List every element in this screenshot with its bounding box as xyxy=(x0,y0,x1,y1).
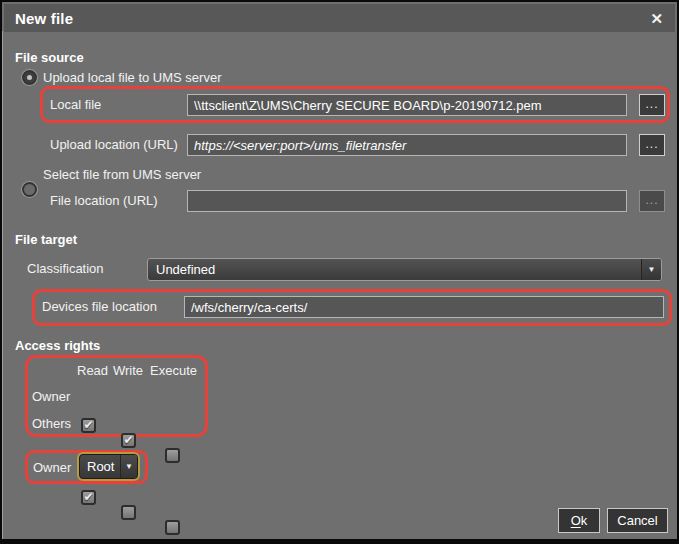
local-file-label: Local file xyxy=(50,94,101,116)
file-target-header: File target xyxy=(15,232,77,247)
file-source-header: File source xyxy=(15,50,84,65)
dialog-title: New file xyxy=(15,10,73,27)
upload-local-radio-label[interactable]: Upload local file to UMS server xyxy=(43,70,221,85)
new-file-dialog: New file ✕ File source Upload local file… xyxy=(0,0,679,544)
owner-select[interactable]: Root ▼ xyxy=(79,454,138,479)
local-file-input[interactable] xyxy=(187,94,627,116)
others-write-checkbox[interactable] xyxy=(121,505,136,520)
others-row-label: Others xyxy=(32,416,71,431)
devices-file-location-input[interactable] xyxy=(184,296,664,318)
upload-location-browse-button[interactable]: ... xyxy=(639,134,665,156)
access-rights-header: Access rights xyxy=(15,338,100,353)
col-header-execute: Execute xyxy=(150,363,197,378)
owner-execute-checkbox[interactable] xyxy=(165,448,180,463)
chevron-down-icon[interactable]: ▼ xyxy=(641,259,661,280)
local-file-browse-button[interactable]: ... xyxy=(639,94,665,116)
classification-label: Classification xyxy=(27,258,104,280)
close-icon[interactable]: ✕ xyxy=(650,11,663,26)
owner-read-checkbox[interactable] xyxy=(81,418,96,433)
dialog-titlebar: New file ✕ xyxy=(4,4,675,32)
chevron-down-icon[interactable]: ▼ xyxy=(120,455,137,478)
file-location-browse-button: ... xyxy=(639,190,665,212)
classification-value: Undefined xyxy=(148,262,641,277)
col-header-read: Read xyxy=(77,363,108,378)
panel-bevel xyxy=(2,31,3,539)
select-from-ums-radio[interactable] xyxy=(22,182,37,197)
col-header-write: Write xyxy=(113,363,143,378)
file-location-input[interactable] xyxy=(187,190,627,212)
upload-local-radio[interactable] xyxy=(22,70,37,85)
owner-select-value: Root xyxy=(80,459,120,474)
owner-write-checkbox[interactable] xyxy=(121,433,136,448)
devices-file-location-label: Devices file location xyxy=(42,296,157,318)
select-from-ums-radio-label[interactable]: Select file from UMS server xyxy=(43,167,201,182)
upload-location-input[interactable] xyxy=(187,134,627,156)
cancel-button[interactable]: Cancel xyxy=(607,508,668,533)
classification-select[interactable]: Undefined ▼ xyxy=(147,258,662,281)
file-location-label: File location (URL) xyxy=(50,190,158,212)
upload-location-label: Upload location (URL) xyxy=(50,134,178,156)
ok-button[interactable]: Ok xyxy=(558,508,600,533)
owner-row-label: Owner xyxy=(32,389,70,404)
others-read-checkbox[interactable] xyxy=(81,490,96,505)
others-execute-checkbox[interactable] xyxy=(165,520,180,535)
owner-select-label: Owner xyxy=(33,460,71,475)
